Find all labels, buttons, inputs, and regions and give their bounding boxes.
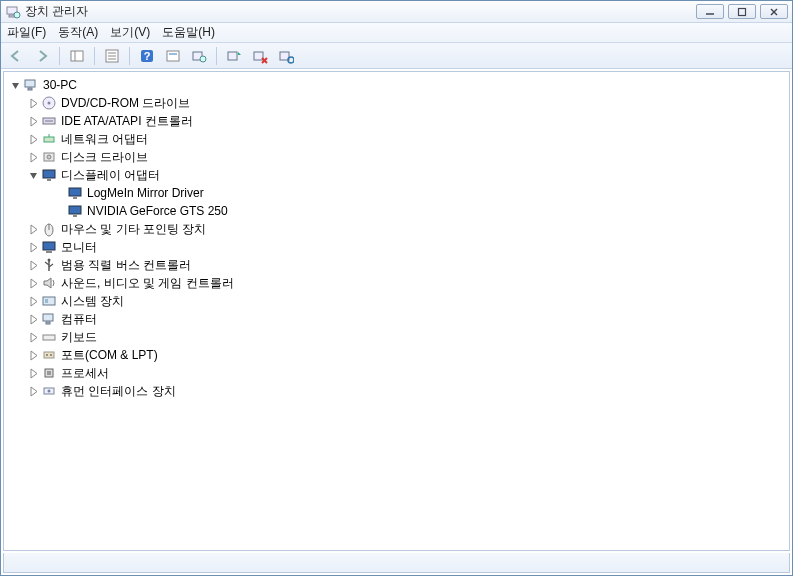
show-hide-console-button[interactable] xyxy=(66,45,88,67)
svg-rect-15 xyxy=(167,51,179,61)
tree-node-label: 컴퓨터 xyxy=(61,311,97,328)
display-icon xyxy=(41,167,57,183)
tree-node-label: 디스크 드라이브 xyxy=(61,149,148,166)
toolbar-icon[interactable] xyxy=(275,45,297,67)
tree-node-label: 사운드, 비디오 및 게임 컨트롤러 xyxy=(61,275,234,292)
back-button[interactable] xyxy=(5,45,27,67)
svg-rect-49 xyxy=(43,314,53,321)
network-icon xyxy=(41,131,57,147)
expand-icon[interactable] xyxy=(28,332,39,343)
tree-node-label: 시스템 장치 xyxy=(61,293,124,310)
svg-rect-35 xyxy=(43,170,55,178)
menu-help[interactable]: 도움말(H) xyxy=(162,24,215,41)
menu-action[interactable]: 동작(A) xyxy=(58,24,98,41)
forward-button[interactable] xyxy=(31,45,53,67)
display-icon xyxy=(67,203,83,219)
expand-icon[interactable] xyxy=(28,296,39,307)
tree-category-node[interactable]: IDE ATA/ATAPI 컨트롤러 xyxy=(6,112,787,130)
help-button[interactable]: ? xyxy=(136,45,158,67)
computer-icon xyxy=(41,311,57,327)
tree-category-node[interactable]: 휴먼 인터페이스 장치 xyxy=(6,382,787,400)
expand-icon[interactable] xyxy=(28,260,39,271)
display-icon xyxy=(67,185,83,201)
svg-rect-37 xyxy=(69,188,81,196)
toolbar-icon[interactable] xyxy=(162,45,184,67)
expand-icon[interactable] xyxy=(28,350,39,361)
svg-rect-26 xyxy=(28,88,32,90)
expand-icon[interactable] xyxy=(28,242,39,253)
svg-rect-36 xyxy=(47,179,51,181)
properties-button[interactable] xyxy=(101,45,123,67)
svg-rect-16 xyxy=(169,53,177,55)
expand-icon[interactable] xyxy=(28,116,39,127)
titlebar: 장치 관리자 xyxy=(1,1,792,23)
tree-leaf-spacer xyxy=(54,188,65,199)
tree-category-node[interactable]: DVD/CD-ROM 드라이브 xyxy=(6,94,787,112)
tree-category-node[interactable]: 범용 직렬 버스 컨트롤러 xyxy=(6,256,787,274)
tree-node-label: 범용 직렬 버스 컨트롤러 xyxy=(61,257,191,274)
tree-category-node[interactable]: 포트(COM & LPT) xyxy=(6,346,787,364)
tree-node-label: DVD/CD-ROM 드라이브 xyxy=(61,95,190,112)
scan-hardware-button[interactable] xyxy=(188,45,210,67)
tree-category-node[interactable]: 시스템 장치 xyxy=(6,292,787,310)
svg-point-56 xyxy=(50,354,52,356)
tree-node-label: 마우스 및 기타 포인팅 장치 xyxy=(61,221,206,238)
tree-root-node[interactable]: 30-PC xyxy=(6,76,787,94)
mouse-icon xyxy=(41,221,57,237)
tree-node-label: IDE ATA/ATAPI 컨트롤러 xyxy=(61,113,193,130)
tree-category-node[interactable]: 키보드 xyxy=(6,328,787,346)
expand-icon[interactable] xyxy=(28,368,39,379)
tree-category-node[interactable]: 모니터 xyxy=(6,238,787,256)
tree-node-label: LogMeIn Mirror Driver xyxy=(87,186,204,200)
svg-rect-40 xyxy=(73,215,77,217)
minimize-button[interactable] xyxy=(696,4,724,19)
menu-file[interactable]: 파일(F) xyxy=(7,24,46,41)
ide-icon xyxy=(41,113,57,129)
sound-icon xyxy=(41,275,57,291)
tree-category-node[interactable]: 디스플레이 어댑터 xyxy=(6,166,787,184)
svg-point-18 xyxy=(200,56,206,62)
keyboard-icon xyxy=(41,329,57,345)
expand-icon[interactable] xyxy=(28,134,39,145)
svg-point-46 xyxy=(48,259,51,262)
tree-device-node[interactable]: NVIDIA GeForce GTS 250 xyxy=(6,202,787,220)
uninstall-button[interactable] xyxy=(249,45,271,67)
menu-view[interactable]: 보기(V) xyxy=(110,24,150,41)
tree-node-label: 포트(COM & LPT) xyxy=(61,347,158,364)
tree-category-node[interactable]: 컴퓨터 xyxy=(6,310,787,328)
toolbar-separator xyxy=(59,47,60,65)
tree-node-label: 휴먼 인터페이스 장치 xyxy=(61,383,176,400)
expand-icon[interactable] xyxy=(28,224,39,235)
app-icon xyxy=(5,4,21,20)
svg-point-34 xyxy=(47,155,51,159)
expand-icon[interactable] xyxy=(28,386,39,397)
collapse-icon[interactable] xyxy=(10,80,21,91)
expand-icon[interactable] xyxy=(28,314,39,325)
svg-rect-31 xyxy=(44,137,54,142)
device-manager-window: 장치 관리자 파일(F) 동작(A) 보기(V) 도움말(H) ? 30-PCD… xyxy=(0,0,793,576)
collapse-icon[interactable] xyxy=(28,170,39,181)
computer-icon xyxy=(23,77,39,93)
svg-rect-39 xyxy=(69,206,81,214)
hid-icon xyxy=(41,383,57,399)
window-title: 장치 관리자 xyxy=(25,3,88,20)
tree-category-node[interactable]: 디스크 드라이브 xyxy=(6,148,787,166)
svg-rect-54 xyxy=(44,352,54,358)
tree-category-node[interactable]: 마우스 및 기타 포인팅 장치 xyxy=(6,220,787,238)
svg-rect-4 xyxy=(739,8,746,15)
tree-category-node[interactable]: 프로세서 xyxy=(6,364,787,382)
tree-category-node[interactable]: 네트워크 어댑터 xyxy=(6,130,787,148)
statusbar xyxy=(3,553,790,573)
expand-icon[interactable] xyxy=(28,152,39,163)
expand-icon[interactable] xyxy=(28,278,39,289)
toolbar: ? xyxy=(1,43,792,69)
close-button[interactable] xyxy=(760,4,788,19)
update-driver-button[interactable] xyxy=(223,45,245,67)
expand-icon[interactable] xyxy=(28,98,39,109)
tree-device-node[interactable]: LogMeIn Mirror Driver xyxy=(6,184,787,202)
device-tree[interactable]: 30-PCDVD/CD-ROM 드라이브IDE ATA/ATAPI 컨트롤러네트… xyxy=(3,71,790,551)
maximize-button[interactable] xyxy=(728,4,756,19)
svg-rect-58 xyxy=(47,371,51,375)
tree-category-node[interactable]: 사운드, 비디오 및 게임 컨트롤러 xyxy=(6,274,787,292)
svg-rect-44 xyxy=(46,251,52,253)
